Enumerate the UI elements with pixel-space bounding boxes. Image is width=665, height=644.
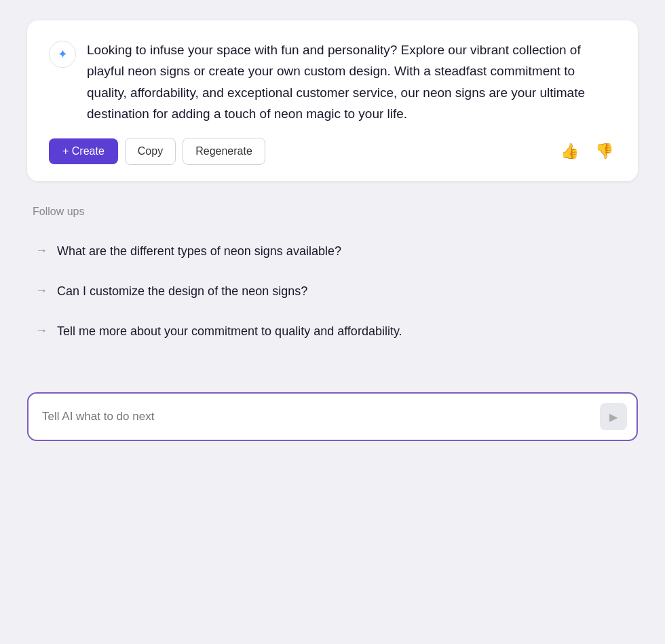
followups-section: Follow ups → What are the different type… xyxy=(27,181,638,352)
sparkle-icon: ✦ xyxy=(58,47,68,62)
avatar: ✦ xyxy=(49,41,76,68)
arrow-icon-3: → xyxy=(35,324,48,338)
chat-input[interactable] xyxy=(42,410,592,423)
regenerate-button[interactable]: Regenerate xyxy=(183,138,265,165)
thumbs-down-icon: 👎 xyxy=(595,143,613,159)
followup-item-1[interactable]: → What are the different types of neon s… xyxy=(33,231,632,271)
response-actions: + Create Copy Regenerate 👍 👎 xyxy=(49,138,616,165)
followup-item-2[interactable]: → Can I customize the design of the neon… xyxy=(33,271,632,311)
main-container: ✦ Looking to infuse your space with fun … xyxy=(27,20,638,441)
input-area: ▶ xyxy=(27,392,638,441)
response-header: ✦ Looking to infuse your space with fun … xyxy=(49,39,616,124)
send-icon: ▶ xyxy=(609,411,618,423)
followup-text-1: What are the different types of neon sig… xyxy=(57,242,341,261)
input-wrapper: ▶ xyxy=(27,392,638,441)
thumbs-up-icon: 👍 xyxy=(560,143,579,159)
followup-text-3: Tell me more about your commitment to qu… xyxy=(57,322,402,341)
followup-item-3[interactable]: → Tell me more about your commitment to … xyxy=(33,311,632,352)
arrow-icon-1: → xyxy=(35,244,48,258)
response-card: ✦ Looking to infuse your space with fun … xyxy=(27,20,638,181)
copy-button[interactable]: Copy xyxy=(125,138,176,165)
arrow-icon-2: → xyxy=(35,284,48,298)
followup-text-2: Can I customize the design of the neon s… xyxy=(57,282,307,301)
thumbs-down-button[interactable]: 👎 xyxy=(592,140,616,163)
create-button[interactable]: + Create xyxy=(49,138,118,164)
response-text: Looking to infuse your space with fun an… xyxy=(87,39,616,124)
action-buttons-right: 👍 👎 xyxy=(558,140,616,163)
action-buttons-left: + Create Copy Regenerate xyxy=(49,138,265,165)
send-button[interactable]: ▶ xyxy=(600,403,627,430)
followups-label: Follow ups xyxy=(33,206,632,218)
thumbs-up-button[interactable]: 👍 xyxy=(558,140,582,163)
